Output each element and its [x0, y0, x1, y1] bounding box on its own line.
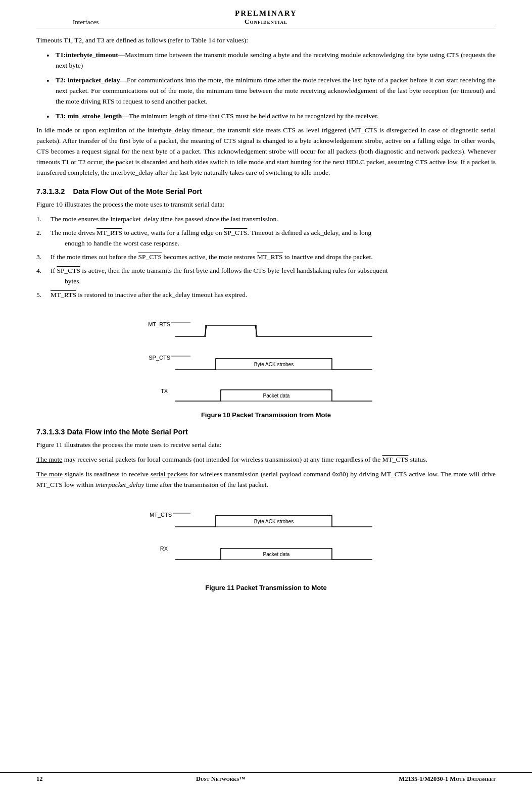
figure-10-container: MT_RTS SP_CTS Byte ACK strobes TX Packet… — [36, 311, 496, 419]
rx-box-label: Packet data — [263, 552, 289, 557]
figure-10-diagram: MT_RTS SP_CTS Byte ACK strobes TX Packet… — [140, 311, 393, 407]
mt-cts-overline: MT_CTS — [351, 126, 377, 134]
list-item: T3: min_strobe_length—The minimum length… — [46, 111, 496, 122]
interpacket-delay-italic: interpacket_delay — [95, 481, 144, 488]
sp-cts-box-label: Byte ACK strobes — [254, 362, 293, 367]
intro-text: Timeouts T1, T2, and T3 are defined as f… — [36, 35, 496, 46]
tx-box-label: Packet data — [263, 393, 289, 399]
figure-11-caption: Figure 11 Packet Transmission to Mote — [36, 584, 496, 591]
rx-label: RX — [160, 546, 168, 552]
num-content: MT_RTS is restored to inactive after the… — [49, 290, 496, 301]
num-item-3: 3. If the mote times out before the SP_C… — [36, 252, 496, 263]
mt-rts-overline: MT_RTS — [51, 291, 76, 299]
the-mote-underline-2: The mote — [36, 470, 63, 478]
section-733-heading: 7.3.1.3.3 Data Flow into the Mote Serial… — [36, 428, 496, 436]
sp-cts-overline: SP_CTS — [224, 229, 248, 236]
num-content: If the mote times out before the SP_CTS … — [49, 252, 496, 263]
num-label: 1. — [36, 214, 49, 225]
num-content: If SP_CTS is active, then the mote trans… — [49, 266, 496, 287]
num-label: 5. — [36, 290, 49, 301]
section-732-intro: Figure 10 illustrates the process the mo… — [36, 200, 496, 210]
list-item: T1:interbyte_timeout—Maximum time betwee… — [46, 50, 496, 71]
sp-cts-label: SP_CTS — [149, 355, 170, 361]
num-content: The mote drives MT_RTS to active, waits … — [49, 228, 496, 249]
idle-para: In idle mode or upon expiration of the i… — [36, 125, 496, 178]
section-label: Interfaces — [73, 18, 99, 26]
page-header: PRELMINARY Confidential — [36, 9, 496, 26]
mt-cts-label: MT_CTS — [150, 512, 172, 518]
mt-cts-overline-2: MT_CTS — [382, 456, 409, 463]
footer-doc-ref: M2135-1/M2030-1 Mote Datasheet — [399, 775, 496, 783]
num-item-5: 5. MT_RTS is restored to inactive after … — [36, 290, 496, 301]
footer-company: Dust Networks™ — [43, 775, 399, 783]
mt-cts-box-label: Byte ACK strobes — [254, 519, 293, 524]
text-t3: The minimum length of time that CTS must… — [129, 112, 378, 120]
mt-rts-overline: MT_RTS — [96, 229, 122, 236]
header-title: PRELMINARY — [36, 9, 496, 18]
section-733-para2: The mote signals its readiness to receiv… — [36, 469, 496, 490]
numbered-list-732: 1. The mote ensures the interpacket_dela… — [36, 214, 496, 300]
term-t3: T3: min_strobe_length— — [56, 112, 129, 120]
term-t2: T2: interpacket_delay— — [56, 76, 127, 84]
num-label: 4. — [36, 266, 49, 287]
bullet-list: T1:interbyte_timeout—Maximum time betwee… — [46, 50, 496, 122]
page-footer: 12 Dust Networks™ M2135-1/M2030-1 Mote D… — [0, 772, 532, 783]
header-divider — [36, 28, 496, 28]
figure-10-caption: Figure 10 Packet Transmission from Mote — [36, 411, 496, 419]
section-733-para1: The mote may receive serial packets for … — [36, 455, 496, 465]
tx-label: TX — [160, 388, 168, 394]
list-item: T2: interpacket_delay—For communications… — [46, 75, 496, 107]
sp-cts-overline: SP_CTS — [57, 267, 80, 274]
num-item-4: 4. If SP_CTS is active, then the mote tr… — [36, 266, 496, 287]
sp-cts-overline: SP_CTS — [138, 253, 162, 261]
num-content: The mote ensures the interpacket_delay t… — [49, 214, 496, 225]
footer-page-number: 12 — [36, 775, 43, 783]
section-733-intro: Figure 11 illustrates the process the mo… — [36, 440, 496, 451]
num-item-1: 1. The mote ensures the interpacket_dela… — [36, 214, 496, 225]
num-item-2: 2. The mote drives MT_RTS to active, wai… — [36, 228, 496, 249]
figure-11-diagram: MT_CTS Byte ACK strobes RX Packet data — [140, 502, 393, 580]
mt-rts-overline: MT_RTS — [257, 253, 283, 261]
header-subtitle: Confidential — [36, 18, 496, 26]
section-732-heading: 7.3.1.3.2 Data Flow Out of the Mote Seri… — [36, 187, 496, 195]
num-label: 3. — [36, 252, 49, 263]
term-t1: T1:interbyte_timeout— — [56, 51, 125, 59]
serial-packets-underline: serial packets — [151, 470, 188, 478]
mt-rts-label: MT_RTS — [148, 321, 170, 327]
figure-11-container: MT_CTS Byte ACK strobes RX Packet data F… — [36, 502, 496, 591]
the-mote-underline-1: The mote — [36, 456, 62, 463]
num-label: 2. — [36, 228, 49, 249]
